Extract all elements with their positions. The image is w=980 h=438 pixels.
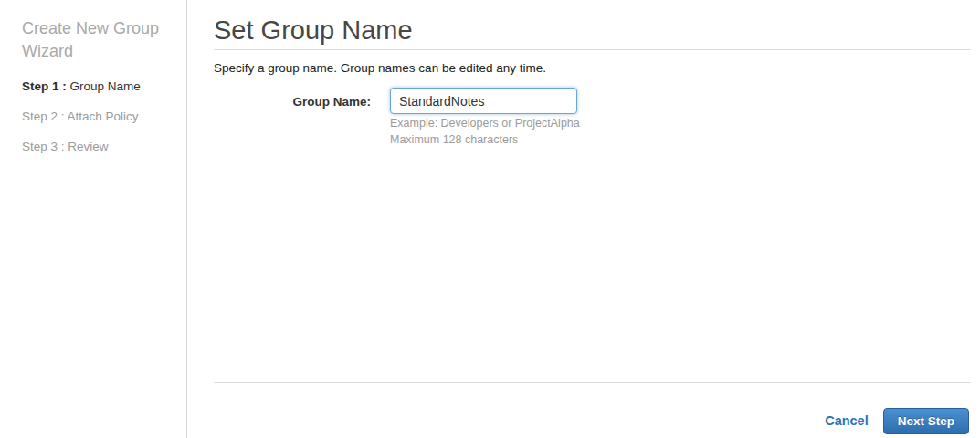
step-2-attach-policy: Step 2 : Attach Policy — [22, 110, 141, 123]
page-title: Set Group Name — [214, 15, 413, 46]
wizard-title: Create New Group Wizard — [22, 17, 168, 63]
group-name-label: Group Name: — [214, 95, 371, 109]
title-divider — [214, 49, 971, 50]
step-2-label: Attach Policy — [68, 110, 139, 123]
group-name-input[interactable] — [390, 88, 577, 114]
step-3-prefix: Step 3 : — [22, 140, 68, 153]
wizard-steps: Step 1 : Group Name Step 2 : Attach Poli… — [22, 80, 141, 171]
step-1-group-name: Step 1 : Group Name — [22, 80, 141, 93]
next-step-button[interactable]: Next Step — [883, 408, 969, 434]
cancel-button[interactable]: Cancel — [825, 413, 869, 428]
step-3-review: Step 3 : Review — [22, 141, 141, 153]
footer-divider — [214, 382, 971, 383]
wizard-footer: Cancel Next Step — [214, 407, 969, 434]
group-name-max-hint: Maximum 128 characters — [390, 133, 518, 146]
wizard-sidebar: Create New Group Wizard Step 1 : Group N… — [0, 0, 187, 438]
step-2-prefix: Step 2 : — [22, 110, 68, 123]
step-1-label: Group Name — [70, 79, 141, 93]
create-group-wizard-page: Create New Group Wizard Step 1 : Group N… — [0, 0, 980, 438]
step-3-label: Review — [68, 140, 108, 153]
page-description: Specify a group name. Group names can be… — [214, 61, 546, 75]
main-panel: Set Group Name Specify a group name. Gro… — [188, 0, 980, 438]
step-1-prefix: Step 1 : — [22, 79, 70, 93]
group-name-example-hint: Example: Developers or ProjectAlpha — [390, 117, 580, 130]
